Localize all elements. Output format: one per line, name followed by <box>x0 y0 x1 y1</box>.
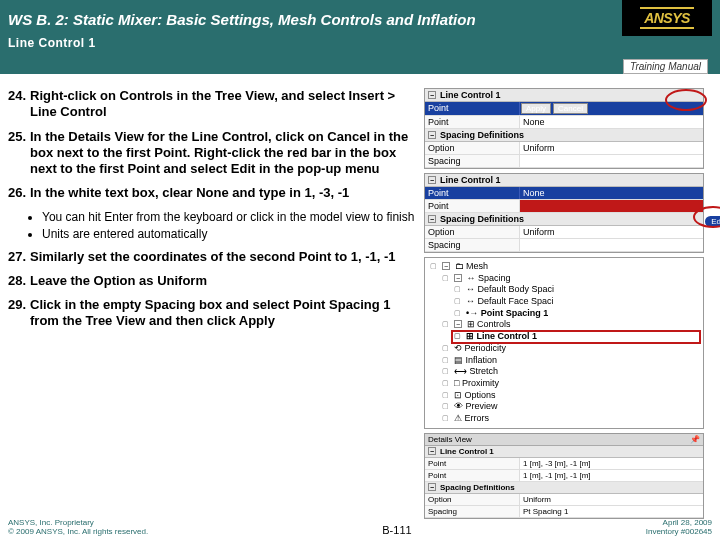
tree-mesh: − 🗀 Mesh <box>428 261 700 273</box>
row-redbar[interactable]: Point <box>425 200 703 213</box>
details-panel-1: −Line Control 1 Point Apply Cancel Point… <box>424 88 704 169</box>
proprietary-text: ANSYS, Inc. Proprietary <box>8 518 148 527</box>
copyright-text: © 2009 ANSYS, Inc. All rights reserved. <box>8 527 148 536</box>
instructions-column: Right-click on Controls in the Tree View… <box>8 88 418 519</box>
footer: ANSYS, Inc. Proprietary © 2009 ANSYS, In… <box>0 518 720 536</box>
bullet-list: You can hit Enter from the keyboard or c… <box>42 210 418 241</box>
step-list-2: Similarly set the coordinates of the sec… <box>8 249 418 330</box>
step-29: Click in the empty Spacing box and selec… <box>30 297 418 330</box>
tree-view[interactable]: − 🗀 Mesh − ↔ Spacing ↔ Default Body Spac… <box>424 257 704 429</box>
inventory-text: Inventory #002645 <box>646 527 712 536</box>
step-27: Similarly set the coordinates of the sec… <box>30 249 418 265</box>
details-view-final: Details View📌 −Line Control 1 Point1 [m]… <box>424 433 704 519</box>
header: WS B. 2: Static Mixer: Basic Settings, M… <box>0 0 720 74</box>
row-point-apply: Point Apply Cancel <box>425 102 703 116</box>
content-body: Right-click on Controls in the Tree View… <box>0 74 720 519</box>
collapse-icon[interactable]: − <box>428 91 436 99</box>
training-label: Training Manual <box>623 59 708 74</box>
tree-line-control: ⊞ Line Control 1 <box>452 331 700 343</box>
cancel-button[interactable]: Cancel <box>553 103 588 114</box>
details-panel-2: −Line Control 1 PointNone Point −Spacing… <box>424 173 704 253</box>
pin-icon[interactable]: 📌 <box>690 435 700 444</box>
step-24: Right-click on Controls in the Tree View… <box>30 88 418 121</box>
subtitle: Line Control 1 <box>8 36 96 50</box>
date-text: April 28, 2009 <box>646 518 712 527</box>
highlight-circle-1 <box>665 89 707 111</box>
bullet-1: You can hit Enter from the keyboard or c… <box>42 210 418 224</box>
apply-button[interactable]: Apply <box>521 103 551 114</box>
logo: ANSYS <box>622 0 712 36</box>
bullet-2: Units are entered automatically <box>42 227 418 241</box>
page-title: WS B. 2: Static Mixer: Basic Settings, M… <box>8 11 476 28</box>
step-list-1: Right-click on Controls in the Tree View… <box>8 88 418 202</box>
step-26: In the white text box, clear None and ty… <box>30 185 418 201</box>
step-25: In the Details View for the Line Control… <box>30 129 418 178</box>
screenshots-column: −Line Control 1 Point Apply Cancel Point… <box>424 88 704 519</box>
step-28: Leave the Option as Uniform <box>30 273 418 289</box>
page-number: B-111 <box>382 524 411 536</box>
